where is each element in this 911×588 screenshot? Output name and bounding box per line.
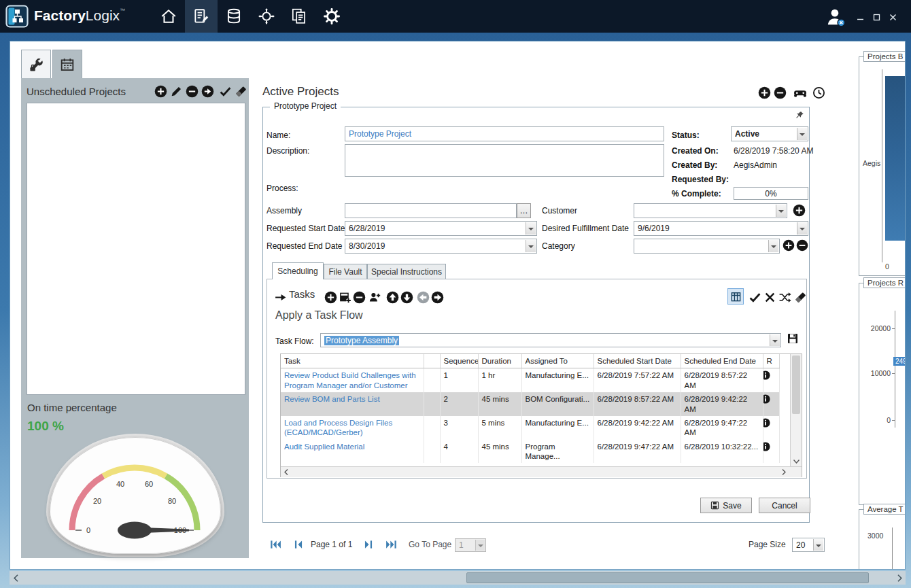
remove-icon[interactable] [774,86,787,99]
col-task[interactable]: Task [281,354,424,368]
prev-page-icon[interactable] [292,538,305,551]
scroll-left-button[interactable] [10,571,22,585]
add-customer-icon[interactable] [793,204,806,217]
unscheduled-list[interactable] [27,103,245,395]
col-assigned-to[interactable]: Assigned To [521,354,594,368]
close-button[interactable] [886,11,899,23]
info-icon[interactable] [763,418,779,428]
user-button[interactable] [825,6,846,28]
requested-end-select[interactable]: 8/30/2019 [345,239,537,254]
tab-special-instructions[interactable]: Special Instructions [367,264,446,279]
add-template-icon[interactable] [339,291,351,304]
move-up-icon[interactable] [386,291,399,304]
scrollbar-thumb[interactable] [792,356,800,414]
accept-icon[interactable] [749,291,761,304]
task-row[interactable]: Review BOM and Parts List 2 45 mins BOM … [281,392,779,416]
maximize-button[interactable] [870,11,883,23]
nav-settings[interactable] [315,0,348,33]
save-button[interactable]: Save [700,498,752,513]
save-flow-icon[interactable] [787,332,799,345]
info-icon[interactable] [763,370,779,380]
assign-person-icon[interactable] [368,291,381,304]
info-icon[interactable] [763,442,779,451]
table-vertical-scrollbar[interactable] [790,354,802,466]
category-select[interactable] [634,239,780,254]
remove-icon[interactable] [186,85,199,98]
first-page-icon[interactable] [269,538,281,551]
requested-start-select[interactable]: 6/28/2019 [345,221,537,236]
move-left-icon[interactable] [417,291,430,304]
info-icon[interactable] [763,394,779,404]
tab-file-vault[interactable]: File Vault [324,264,367,279]
fulfillment-select[interactable]: 9/6/2019 [634,221,808,236]
move-right-icon[interactable] [431,291,444,304]
scrollbar-thumb[interactable] [466,572,869,583]
nav-home[interactable] [152,0,185,33]
chevron-down-icon[interactable] [776,205,786,217]
scroll-right-button[interactable] [893,571,906,585]
next-page-icon[interactable] [362,538,375,551]
last-page-icon[interactable] [385,538,398,551]
assembly-browse-button[interactable]: … [517,203,531,218]
chevron-down-icon[interactable] [768,240,778,252]
chevron-down-icon[interactable] [770,334,780,346]
scroll-left-button[interactable] [281,467,292,477]
col-scheduled-end[interactable]: Scheduled End Date [681,354,763,368]
remove-category-icon[interactable] [796,239,808,252]
minimize-button[interactable] [853,11,867,23]
confirm-icon[interactable] [219,85,232,98]
nav-planning[interactable] [185,0,218,33]
page-size-select[interactable]: 20 [792,538,825,552]
chevron-down-icon[interactable] [813,539,823,551]
scroll-right-button[interactable] [778,467,789,477]
chevron-down-icon[interactable] [797,222,807,235]
move-down-icon[interactable] [400,291,413,304]
save-icon [710,501,719,510]
axis-category-label: Aegis [863,159,880,167]
table-horizontal-scrollbar[interactable] [281,466,802,477]
chevron-down-icon[interactable] [526,222,536,235]
chevron-down-icon[interactable] [526,240,536,252]
page-horizontal-scrollbar[interactable] [10,571,906,585]
cancel-button[interactable]: Cancel [759,498,810,513]
eraser-icon[interactable] [235,85,247,98]
cancel-icon[interactable] [763,291,776,304]
remove-task-icon[interactable] [353,291,366,304]
chevron-down-icon[interactable] [797,128,807,140]
task-row[interactable]: Review Product Build Challenges with Pro… [281,368,779,392]
move-icon[interactable] [201,85,214,98]
assembly-input[interactable] [345,203,517,218]
nav-reports[interactable] [283,0,315,33]
schedule-grid-toggle[interactable] [727,288,744,305]
add-icon[interactable] [758,86,771,99]
col-duration[interactable]: Duration [478,354,521,368]
nav-production[interactable] [218,0,250,33]
shuffle-icon[interactable] [778,291,791,304]
col-scheduled-start[interactable]: Scheduled Start Date [594,354,681,368]
task-row[interactable]: Load and Process Design Files (ECAD/MCAD… [281,416,779,440]
col-r[interactable]: R [763,354,779,368]
status-select[interactable]: Active [731,126,808,141]
add-category-icon[interactable] [783,239,795,252]
col-blank[interactable] [424,354,440,368]
task-flow-select[interactable]: Prototype Assembly [320,333,781,347]
name-input[interactable]: Prototype Project [345,126,664,141]
gamepad-icon[interactable] [792,86,808,99]
pin-icon[interactable] [794,110,805,121]
history-icon[interactable] [812,86,825,99]
col-sequence[interactable]: Sequence [440,354,478,368]
scroll-down-button[interactable] [791,456,802,466]
customer-select[interactable] [634,203,787,218]
bar[interactable] [885,76,906,241]
task-row[interactable]: Audit Supplied Material 4 45 mins Progra… [281,440,779,464]
add-task-icon[interactable] [324,291,337,304]
tab-schedule[interactable] [52,50,82,79]
tab-tools[interactable] [21,50,51,79]
nav-tracking[interactable] [250,0,283,33]
add-icon[interactable] [154,85,167,98]
edit-icon[interactable] [170,85,183,98]
tab-scheduling[interactable]: Scheduling [272,262,324,279]
eraser-icon[interactable] [794,291,807,304]
goto-page-input[interactable]: 1 [455,538,486,552]
description-input[interactable] [345,144,664,177]
